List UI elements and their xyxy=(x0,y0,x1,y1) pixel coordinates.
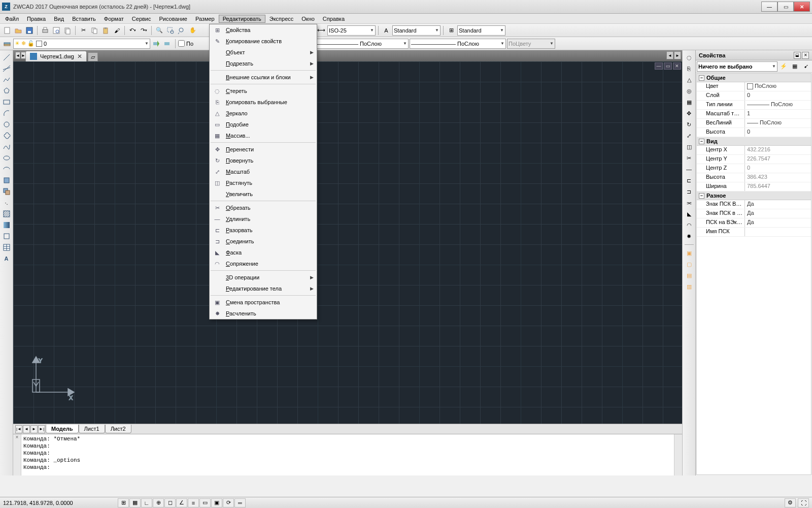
prop-group-Разное[interactable]: −Разное xyxy=(697,192,811,200)
make-block-icon[interactable] xyxy=(2,186,12,197)
tabscroll-left-icon[interactable]: ◄ xyxy=(666,51,673,59)
menu-размер[interactable]: Размер xyxy=(191,15,219,23)
prev-tab-icon[interactable]: ◄ xyxy=(23,425,30,433)
quickselect-icon[interactable]: ⚡ xyxy=(779,61,789,72)
menuitem-внешние-ссылки-и-блоки[interactable]: Внешние ссылки и блоки▶ xyxy=(210,72,317,83)
tablestyle-combo[interactable]: Standard▼ xyxy=(457,25,505,36)
settings-icon[interactable]: ⚙ xyxy=(785,498,796,507)
menuitem-расчленить[interactable]: ✸Расчленить xyxy=(210,308,317,319)
undo-icon[interactable]: ↶▾ xyxy=(127,25,138,36)
tab-close-icon[interactable]: ✕ xyxy=(77,53,82,60)
move-icon[interactable]: ✥ xyxy=(684,108,694,118)
panel-close-icon[interactable]: ✕ xyxy=(802,52,809,59)
prop-row[interactable]: Тип линии———— ПоСлою xyxy=(697,101,811,110)
scale-icon[interactable]: ⤢ xyxy=(684,131,694,141)
prop-group-Вид[interactable]: −Вид xyxy=(697,137,811,146)
dimstyle-combo[interactable]: ISO-25▼ xyxy=(327,25,376,36)
ortho-icon[interactable]: ∟ xyxy=(141,498,152,507)
selection-combo[interactable]: Ничего не выбрано▼ xyxy=(697,61,777,72)
select-objects-icon[interactable]: ➹ xyxy=(801,61,811,72)
insert-block-icon[interactable] xyxy=(2,175,12,185)
prop-row[interactable]: ПСК на ВЭкранДа xyxy=(697,218,811,228)
xline-icon[interactable] xyxy=(2,64,12,74)
ellipse-icon[interactable] xyxy=(2,153,12,163)
cmd-scrollbar[interactable] xyxy=(674,434,682,475)
menuitem-масштаб[interactable]: ⤢Масштаб xyxy=(210,166,317,177)
table-draw-icon[interactable] xyxy=(2,242,12,252)
prop-group-Общие[interactable]: −Общие xyxy=(697,74,811,82)
drawing-canvas[interactable]: — ▭ ✕ Y X xyxy=(13,61,682,424)
command-text[interactable]: Команда: *Отмена* Команда: Команда: Кома… xyxy=(21,434,674,475)
print-preview-icon[interactable] xyxy=(51,25,61,36)
lineweight-combo[interactable]: ———————— ПоСлою▼ xyxy=(410,39,506,49)
bycolor-combo[interactable]: ПоЦвету▼ xyxy=(507,39,555,49)
polyline-icon[interactable] xyxy=(2,75,12,85)
menuitem-подрезать[interactable]: Подрезать▶ xyxy=(210,58,317,69)
menu-экспресс[interactable]: Экспресс xyxy=(265,15,298,23)
menu-файл[interactable]: Файл xyxy=(1,15,23,23)
zoom-prev-icon[interactable] xyxy=(177,25,187,36)
menuitem-3d-операции[interactable]: 3D операции▶ xyxy=(210,272,317,283)
table-icon[interactable]: ⊞ xyxy=(446,25,456,36)
menu-рисование[interactable]: Рисование xyxy=(155,15,191,23)
paste-icon[interactable] xyxy=(100,25,111,36)
menu-правка[interactable]: Правка xyxy=(23,15,50,23)
layer-combo[interactable]: ☀❄🔓 0▼ xyxy=(13,39,150,49)
cmd-close-icon[interactable]: × xyxy=(13,434,21,475)
textstyle-combo[interactable]: Standard▼ xyxy=(392,25,441,36)
menuitem-сопряжение[interactable]: ◠Сопряжение xyxy=(210,258,317,269)
menuitem-копирование-свойств[interactable]: ✎Копирование свойств xyxy=(210,36,317,47)
cleanscreen-icon[interactable]: ⛶ xyxy=(798,498,809,507)
line-icon[interactable] xyxy=(2,52,12,62)
gradient-icon[interactable] xyxy=(2,220,12,230)
mirror-icon[interactable]: △ xyxy=(684,75,694,85)
prop-row[interactable]: Высота386.423 xyxy=(697,173,811,182)
draworder-above-icon[interactable]: ▤ xyxy=(684,270,694,280)
lineweight-icon[interactable]: ═ xyxy=(234,498,246,507)
extend-icon[interactable]: — xyxy=(684,164,694,174)
trim-icon[interactable]: ✂ xyxy=(684,153,694,163)
first-tab-icon[interactable]: |◄ xyxy=(15,425,22,433)
layout-tab-Лист2[interactable]: Лист2 xyxy=(105,425,131,433)
menu-формат[interactable]: Формат xyxy=(100,15,128,23)
layout-tab-Лист1[interactable]: Лист1 xyxy=(79,425,105,433)
minimize-button[interactable]: — xyxy=(761,2,777,12)
lwt-icon[interactable]: ≡ xyxy=(188,498,199,507)
prop-row[interactable]: Имя ПСК xyxy=(697,228,811,237)
menu-окно[interactable]: Окно xyxy=(297,15,319,23)
layer-manager-icon[interactable] xyxy=(2,39,12,49)
menuitem-разорвать[interactable]: ⊏Разорвать xyxy=(210,225,317,236)
menuitem-растянуть[interactable]: ◫Растянуть xyxy=(210,177,317,188)
new-tab-icon[interactable]: ▱ xyxy=(88,52,98,61)
menuitem-объект[interactable]: Объект▶ xyxy=(210,47,317,58)
ellipse-arc-icon[interactable] xyxy=(2,164,12,174)
doc-tab[interactable]: Чертеж1.dwg ✕ xyxy=(25,51,87,61)
prop-row[interactable]: Высота0 xyxy=(697,128,811,137)
menuitem-редактирование-тела[interactable]: Редактирование тела▶ xyxy=(210,283,317,294)
copy2-icon[interactable]: ⎘ xyxy=(684,64,694,74)
menuitem-повернуть[interactable]: ↻Повернуть xyxy=(210,155,317,166)
break-icon[interactable]: ⊐ xyxy=(684,186,694,197)
menuitem-удлинить[interactable]: —Удлинить xyxy=(210,213,317,225)
spline-icon[interactable] xyxy=(2,142,12,152)
menuitem-увеличить[interactable]: Увеличить xyxy=(210,188,317,200)
menuitem-перенести[interactable]: ✥Перенести xyxy=(210,144,317,155)
doc-close-icon[interactable]: ✕ xyxy=(673,62,681,70)
prop-row[interactable]: Масштаб типа л...1 xyxy=(697,110,811,119)
text-icon[interactable]: A xyxy=(381,25,391,36)
erase-icon[interactable]: ◌ xyxy=(684,52,694,62)
last-tab-icon[interactable]: ►| xyxy=(38,425,45,433)
layer-prev-icon[interactable] xyxy=(151,39,161,49)
publish-icon[interactable] xyxy=(62,25,73,36)
menuitem-соединить[interactable]: ⊐Соединить xyxy=(210,236,317,247)
menu-сервис[interactable]: Сервис xyxy=(128,15,155,23)
snap-icon[interactable]: ⊞ xyxy=(118,498,129,507)
next-tab-icon[interactable]: ► xyxy=(30,425,38,433)
model-icon[interactable]: ▣ xyxy=(211,498,222,507)
pickadd-icon[interactable]: ▦ xyxy=(790,61,800,72)
prop-row[interactable]: Ширина785.6447 xyxy=(697,182,811,192)
zoom-realtime-icon[interactable]: 🔍 xyxy=(154,25,164,36)
polygon-icon[interactable] xyxy=(2,86,12,96)
dim-icon[interactable]: ⟷ xyxy=(316,25,326,36)
prop-row[interactable]: Знак ПСК ВКЛДа xyxy=(697,200,811,209)
